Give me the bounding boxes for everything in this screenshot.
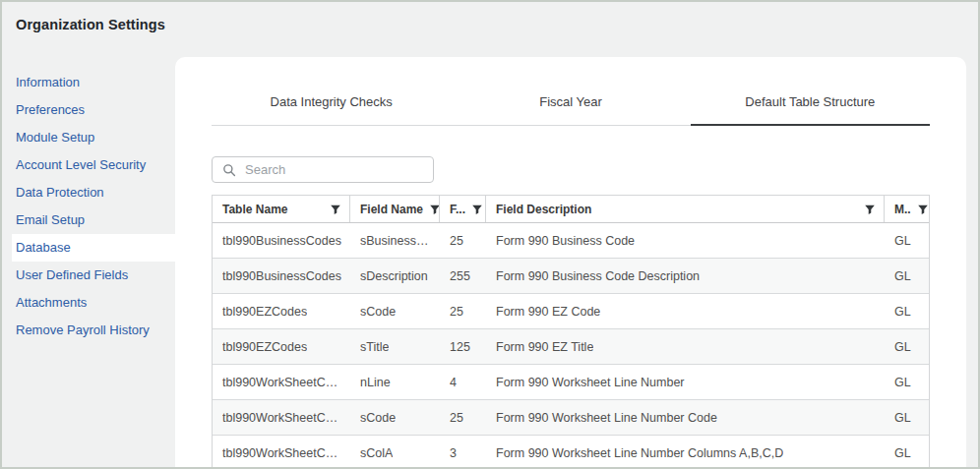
column-header-f[interactable]: F... [440,196,486,222]
table-cell: nLine [350,365,440,399]
column-header-field-description[interactable]: Field Description [486,196,885,222]
sidebar-item-account-level-security[interactable]: Account Level Security [2,151,175,179]
table-cell-text: tbl990BusinessCodes [222,269,341,283]
table-row[interactable]: tbl990WorkSheetCodesnLine4Form 990 Works… [213,365,929,400]
table-cell-text: Form 990 Worksheet Line Number Columns A… [496,446,783,460]
table-cell-text: 255 [450,269,470,283]
table-cell: 4 [440,365,486,399]
sidebar-item-database[interactable]: Database [12,234,175,262]
table-cell-text: tbl990BusinessCodes [222,234,341,248]
table-cell-text: sCode [360,411,396,425]
table-cell-text: sColA [360,446,393,460]
organization-settings-window: Organization Settings InformationPrefere… [0,0,980,469]
table-cell-text: sTitle [360,340,389,354]
table-cell-text: Form 990 Business Code [496,234,635,248]
table-cell: Form 990 Worksheet Line Number Code [486,400,885,435]
table-cell-text: tbl990WorkSheetCodes [222,411,342,425]
default-table-structure-grid: Table NameField NameF...Field Descriptio… [212,195,930,467]
table-cell: tbl990BusinessCodes [213,223,350,258]
content-area: InformationPreferencesModule SetupAccoun… [2,57,978,467]
sidebar-item-module-setup[interactable]: Module Setup [2,124,175,151]
table-cell-text: Form 990 Business Code Description [496,269,700,283]
sidebar-item-information[interactable]: Information [2,69,175,96]
table-cell-text: 25 [450,234,463,248]
table-cell: 25 [440,223,486,258]
table-cell: GL [885,365,929,399]
sidebar-item-attachments[interactable]: Attachments [2,289,175,317]
table-cell: tbl990BusinessCodes [213,259,350,293]
table-row[interactable]: tbl990BusinessCodessBusinessCo...25Form … [213,223,929,259]
table-cell: GL [885,436,929,467]
sidebar-item-user-defined-fields[interactable]: User Defined Fields [2,262,175,289]
table-cell-text: GL [894,305,911,319]
table-cell: tbl990WorkSheetCodes [213,436,350,467]
page-title: Organization Settings [16,17,978,32]
table-cell: sBusinessCo... [350,223,440,258]
table-cell: GL [885,259,929,293]
search-box[interactable] [212,156,434,183]
sidebar-item-email-setup[interactable]: Email Setup [2,206,175,234]
table-cell-text: 4 [450,376,457,389]
table-cell-text: tbl990EZCodes [222,305,307,319]
table-cell: sCode [350,294,440,328]
table-cell-text: 125 [450,340,470,354]
table-cell: tbl990WorkSheetCodes [213,365,350,399]
table-cell: GL [885,329,929,364]
table-cell: Form 990 EZ Code [486,294,885,328]
table-cell: Form 990 Business Code [486,223,885,258]
table-cell: Form 990 EZ Title [486,329,885,364]
table-cell: Form 990 Worksheet Line Number Columns A… [486,436,885,467]
table-cell: tbl990EZCodes [213,329,350,364]
table-cell: 255 [440,259,486,293]
table-cell-text: sDescription [360,269,428,283]
table-body: tbl990BusinessCodessBusinessCo...25Form … [213,223,929,467]
column-header-field-name[interactable]: Field Name [350,196,440,222]
table-cell-text: sBusinessCo... [360,234,432,248]
table-cell-text: 25 [450,305,463,319]
table-cell-text: GL [894,411,911,425]
sidebar-item-data-protection[interactable]: Data Protection [2,179,175,206]
table-cell-text: Form 990 EZ Code [496,305,600,319]
filter-funnel-icon[interactable] [471,204,483,215]
search-icon [222,163,236,177]
table-row[interactable]: tbl990EZCodessCode25Form 990 EZ CodeGL [213,294,929,329]
table-cell: 25 [440,294,486,328]
column-header-label: F... [450,203,465,216]
table-cell: GL [885,294,929,328]
table-row[interactable]: tbl990WorkSheetCodessColA3Form 990 Works… [213,436,929,467]
filter-funnel-icon[interactable] [917,204,929,215]
table-cell-text: sCode [360,305,396,319]
table-cell: sColA [350,436,440,467]
filter-funnel-icon[interactable] [864,204,876,215]
main-panel: Data Integrity ChecksFiscal YearDefault … [175,57,966,467]
table-row[interactable]: tbl990EZCodessTitle125Form 990 EZ TitleG… [213,329,929,365]
table-cell-text: nLine [360,376,391,389]
table-row[interactable]: tbl990BusinessCodessDescription255Form 9… [213,259,929,294]
sidebar-item-remove-payroll-history[interactable]: Remove Payroll History [2,317,175,344]
table-cell: sDescription [350,259,440,293]
table-cell: Form 990 Business Code Description [486,259,885,293]
column-header-label: Field Description [496,203,591,216]
column-header-label: M.. [894,203,911,216]
column-header-table-name[interactable]: Table Name [213,196,350,222]
table-cell: GL [885,223,929,258]
tab-default-table-structure[interactable]: Default Table Structure [691,87,930,126]
tab-data-integrity-checks[interactable]: Data Integrity Checks [212,87,451,126]
table-header-row: Table NameField NameF...Field Descriptio… [213,196,929,223]
filter-funnel-icon[interactable] [429,204,440,215]
filter-funnel-icon[interactable] [330,204,341,215]
tab-fiscal-year[interactable]: Fiscal Year [451,87,690,126]
table-cell: tbl990WorkSheetCodes [213,400,350,435]
table-cell-text: GL [894,269,911,283]
table-row[interactable]: tbl990WorkSheetCodessCode25Form 990 Work… [213,400,929,436]
table-cell: GL [885,400,929,435]
table-cell-text: GL [894,234,911,248]
table-cell: 3 [440,436,486,467]
table-cell-text: Form 990 Worksheet Line Number Code [496,411,717,425]
settings-sidebar: InformationPreferencesModule SetupAccoun… [2,57,175,467]
sidebar-item-preferences[interactable]: Preferences [2,96,175,124]
column-header-m[interactable]: M.. [885,196,929,222]
search-input[interactable] [245,162,425,177]
column-header-label: Field Name [360,203,423,216]
column-header-label: Table Name [222,203,287,216]
